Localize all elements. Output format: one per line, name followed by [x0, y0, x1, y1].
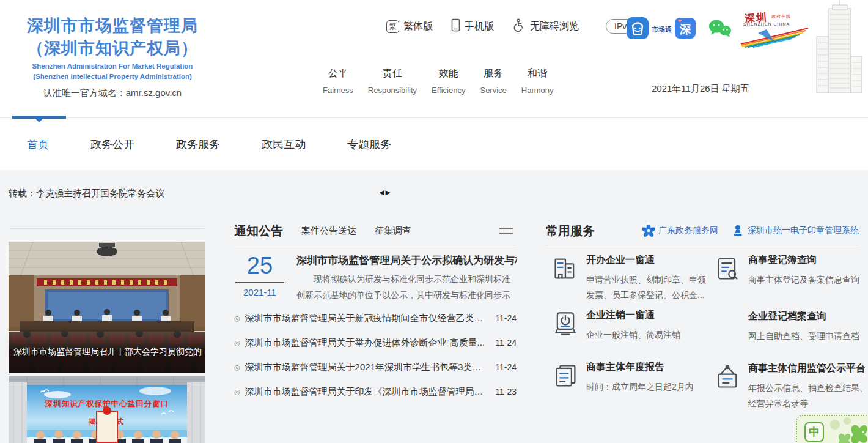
notices-title: 通知公告	[234, 223, 283, 239]
official-domain-note: 认准唯一官方域名：amr.sz.gov.cn	[17, 87, 208, 99]
sz-logo-subtext: 政府在线	[771, 13, 791, 20]
logo-subtitle-line2: (Shenzhen Intellectual Property Administ…	[17, 72, 208, 81]
site-header: 深圳市市场监督管理局 （深圳市知识产权局） Shenzhen Administr…	[0, 0, 868, 117]
nav-item-gov-disclosure[interactable]: 政务公开	[90, 137, 134, 152]
plaque-art	[96, 411, 118, 443]
value-responsibility: 责任Responsibility	[368, 67, 417, 95]
carousel-divider	[9, 228, 205, 229]
service-business-deregistration[interactable]: 企业注销一窗通 企业一般注销、简易注销	[552, 309, 702, 343]
slide-caption: 深圳市市场监督管理局召开干部大会学习贯彻党的十...	[13, 346, 202, 357]
site-logo[interactable]: 深圳市市场监督管理局 （深圳市知识产权局） Shenzhen Administr…	[17, 15, 208, 99]
logo-title-line2: （深圳市知识产权局）	[17, 37, 208, 60]
seal-stamp-icon	[732, 225, 744, 237]
report-pages-icon	[552, 362, 579, 389]
nav-item-home[interactable]: 首页	[27, 137, 49, 152]
nav-item-gov-services[interactable]: 政务服务	[176, 137, 220, 152]
document-search-icon	[714, 255, 741, 282]
market-app-icon	[626, 17, 649, 42]
notice-list: ◎ 深圳市市场监督管理局关于新冠疫情期间全市仅经营乙类非... 11-24 ◎ …	[234, 306, 517, 404]
carousel-slide-meeting-photo[interactable]: 深圳市市场监督管理局召开干部大会学习贯彻党的十...	[9, 242, 205, 373]
header-utility-links: 繁 繁体版 手机版 无障碍浏览 IPv6	[386, 18, 640, 34]
guangdong-gov-service-link[interactable]: 广东政务服务网	[642, 225, 718, 237]
service-annual-report[interactable]: 商事主体年度报告 时间：成立周年之日起2月内	[552, 361, 702, 395]
notices-section: 通知公告 案件公告送达 征集调查 25 2021-11 深圳市市场监督管理局关于…	[234, 170, 517, 443]
accessibility-link[interactable]: 无障碍浏览	[512, 18, 579, 34]
building-icon	[552, 255, 579, 282]
bullet-icon: ◎	[234, 388, 240, 396]
ceremony-title: 深圳知识产权保护中心盐田分窗口	[27, 399, 187, 409]
featured-notice[interactable]: 25 2021-11 深圳市市场监督管理局关于公示拟确认为研发与标... 现将拟…	[234, 252, 517, 305]
market-app-label: 市场通	[652, 25, 672, 34]
mobile-phone-icon	[451, 18, 460, 34]
notice-row[interactable]: ◎ 深圳市市场监督管理局关于印发《深圳市市场监督管理局商... 11-23	[234, 379, 517, 404]
clover-leaves-art	[829, 416, 868, 443]
featured-title[interactable]: 深圳市市场监督管理局关于公示拟确认为研发与标...	[296, 253, 517, 267]
gov-widget-char: 中	[804, 422, 824, 442]
notices-more-icon[interactable]	[499, 225, 513, 237]
market-app-link[interactable]: 市场通	[626, 17, 672, 42]
mobile-label: 手机版	[465, 20, 494, 33]
nav-item-special-services[interactable]: 专题服务	[347, 137, 391, 152]
wechat-icon[interactable]	[707, 19, 733, 41]
electronic-seal-system-link[interactable]: 深圳市统一电子印章管理系统	[732, 225, 859, 237]
notice-row[interactable]: ◎ 深圳市市场监督管理局关于举办促进体外诊断企业“高质量... 11-24	[234, 330, 517, 355]
notice-row[interactable]: ◎ 深圳市市场监督管理局关于新冠疫情期间全市仅经营乙类非... 11-24	[234, 306, 517, 330]
value-fairness: 公平Fairness	[323, 67, 353, 95]
nav-item-interaction[interactable]: 政民互动	[262, 137, 306, 152]
bullet-icon: ◎	[234, 339, 240, 347]
values-strip: 公平Fairness 责任Responsibility 效能Efficiency…	[323, 67, 554, 95]
service-business-registry-search[interactable]: 商事登记簿查询 商事主体登记及备案信息查询	[714, 254, 859, 288]
services-title: 常用服务	[546, 223, 595, 239]
page: 深圳市市场监督管理局 （深圳市知识产权局） Shenzhen Administr…	[0, 0, 868, 443]
main-content: 转载：李克强主持召开国务院常务会议 ◀▶	[0, 170, 868, 443]
featured-date-block: 25 2021-11	[235, 252, 284, 297]
accessibility-label: 无障碍浏览	[530, 20, 579, 33]
notice-row[interactable]: ◎ 深圳市市场监督管理局关于2021年深圳市学生书包等3类产... 11-24	[234, 355, 517, 379]
notices-divider	[234, 245, 517, 245]
featured-month: 2021-11	[235, 287, 284, 297]
power-terminal-icon	[552, 310, 579, 337]
wheelchair-icon	[512, 18, 526, 34]
news-ticker-headline[interactable]: 转载：李克强主持召开国务院常务会议	[9, 188, 164, 199]
tab-solicitation-survey[interactable]: 征集调查	[375, 225, 411, 237]
sz-logo-kite-swoosh	[740, 26, 812, 48]
i-shenzhen-app-link[interactable]: 深	[675, 18, 696, 41]
services-divider	[546, 245, 859, 245]
hanging-board-icon	[714, 363, 741, 390]
value-efficiency: 效能Efficiency	[432, 67, 465, 95]
flower-icon	[642, 225, 655, 237]
gov-cn-widget[interactable]: 中	[796, 415, 868, 443]
featured-summary: 现将拟确认为研发与标准化同步示范企业和深圳标准创新示范基地的单位予以公示，其中研…	[296, 271, 518, 303]
logo-subtitle-line1: Shenzhen Administration For Market Regul…	[17, 62, 208, 70]
traditional-chinese-link[interactable]: 繁 繁体版	[386, 20, 433, 33]
i-shenzhen-char: 深	[679, 23, 691, 35]
value-service: 服务Service	[480, 67, 506, 95]
logo-title-line1: 深圳市市场监督管理局	[17, 15, 208, 37]
building-sketch	[802, 0, 868, 95]
featured-date-rule	[235, 282, 284, 283]
carousel-slide-ceremony-photo[interactable]: 揭牌仪式 深圳知识产权保护中心盐田分窗口	[9, 376, 205, 443]
bullet-icon: ◎	[234, 363, 240, 371]
main-navbar: 首页 政务公开 政务服务 政民互动 专题服务 政务机器人	[0, 117, 868, 170]
mobile-version-link[interactable]: 手机版	[451, 18, 494, 34]
traditional-icon: 繁	[386, 20, 399, 33]
shenzhen-china-logo[interactable]: 深圳 政府在线 SHENZHEN CHINA	[740, 9, 812, 49]
traditional-label: 繁体版	[403, 20, 433, 33]
current-date: 2021年11月26日 星期五	[652, 83, 749, 95]
bullet-icon: ◎	[234, 315, 240, 322]
services-section: 常用服务 广东政务服务网 深圳市统一电子印章管理系统	[546, 170, 859, 443]
tab-case-announcements[interactable]: 案件公告送达	[301, 225, 356, 237]
service-open-business-one-window[interactable]: 开办企业一窗通 申请营业执照、刻制印章、申领发票、员工参保登记、公积金...	[552, 254, 702, 303]
service-credit-supervision-platform[interactable]: 商事主体信用监管公示平台 年报公示信息、抽查检查结果、经营异常名录等	[714, 362, 859, 411]
featured-day: 25	[235, 252, 284, 279]
value-harmony: 和谐Harmony	[521, 67, 554, 95]
service-registration-archive-search[interactable]: 企业登记档案查询 网上自助查档、受理申请查档	[714, 310, 859, 344]
